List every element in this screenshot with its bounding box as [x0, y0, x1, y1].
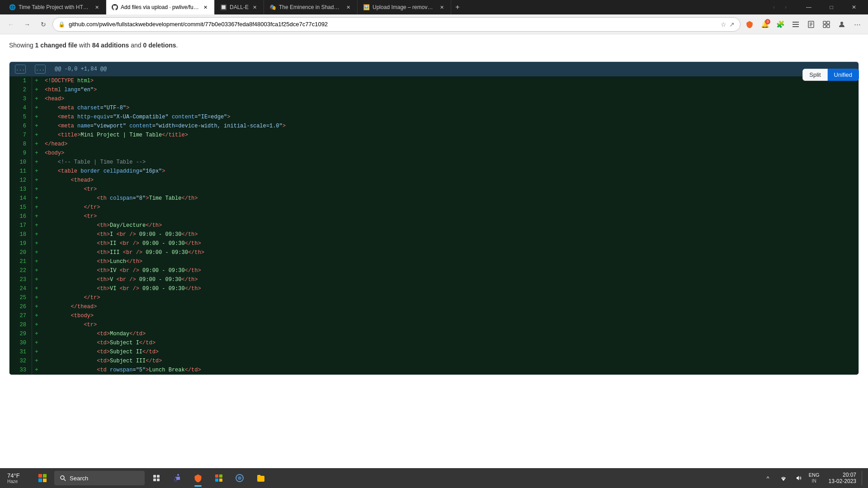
line-sign-17: +: [32, 221, 41, 230]
tab-4-close[interactable]: ✕: [345, 4, 352, 11]
profile-icon[interactable]: [835, 17, 849, 32]
svg-rect-8: [827, 21, 830, 24]
line-sign-25: +: [32, 293, 41, 302]
tray-network-icon[interactable]: [776, 471, 791, 485]
tab-5-close[interactable]: ✕: [439, 4, 445, 11]
diff-line-21: 21 + <th>Lunch</th>: [9, 257, 859, 266]
tab-scroll-right[interactable]: ›: [780, 2, 791, 13]
maximize-button[interactable]: □: [821, 0, 842, 14]
star-icon[interactable]: ☆: [721, 21, 726, 28]
clock-date: 13-02-2023: [829, 478, 856, 484]
line-code-33: <td rowspan="5">Lunch Break</td>: [41, 366, 859, 375]
svg-rect-1: [793, 24, 799, 25]
tab-3-close[interactable]: ✕: [251, 4, 258, 11]
lang-sub-label: IN: [812, 479, 816, 484]
line-code-6: <meta name="viewport" content="width=dev…: [41, 122, 859, 131]
line-sign-7: +: [32, 131, 41, 140]
tab-scroll-left[interactable]: ‹: [769, 2, 779, 13]
weather-widget[interactable]: 74°F Haze: [4, 472, 31, 484]
tab-1-close[interactable]: ✕: [94, 4, 100, 11]
svg-point-29: [783, 479, 784, 480]
diff-line-3: 3 + <head>: [9, 94, 859, 103]
svg-rect-26: [219, 479, 222, 482]
reload-button[interactable]: ↻: [36, 17, 51, 32]
diff-line-9: 9 + <body>: [9, 149, 859, 158]
back-button[interactable]: ←: [4, 17, 18, 32]
show-desktop-button[interactable]: [862, 471, 864, 485]
diff-line-23: 23 + <th>V <br /> 09:00 - 09:30</th>: [9, 275, 859, 284]
line-code-30: <td>Subject I</td>: [41, 338, 859, 347]
line-num-2: 2: [9, 85, 32, 94]
diff-line-19: 19 + <th>II <br /> 09:00 - 09:30</th>: [9, 239, 859, 248]
extensions-icon[interactable]: 🧩: [773, 17, 788, 32]
diff-view-controls: Split Unified: [802, 69, 859, 81]
tab-5[interactable]: 🖼️ Upload Image – remove.bg ✕: [358, 0, 451, 14]
line-num-22: 22: [9, 266, 32, 275]
sidebar-icon[interactable]: [788, 17, 803, 32]
diff-line-5: 5 + <meta http-equiv="X-UA-Compatible" c…: [9, 113, 859, 122]
share-icon[interactable]: ↗: [729, 21, 735, 28]
collections-icon[interactable]: [819, 17, 834, 32]
diff-line-10: 10 + <!-- Table | Time Table -->: [9, 158, 859, 167]
line-sign-18: +: [32, 230, 41, 239]
settings-icon[interactable]: ⋯: [850, 17, 864, 32]
ms-store-icon[interactable]: [209, 468, 229, 488]
line-code-8: </head>: [41, 140, 859, 149]
line-sign-23: +: [32, 275, 41, 284]
line-code-25: </tr>: [41, 293, 859, 302]
cortana-icon[interactable]: [230, 468, 250, 488]
line-num-19: 19: [9, 239, 32, 248]
tab-2-label: Add files via upload · pwlive/fulls...: [121, 4, 199, 10]
svg-rect-12: [38, 474, 42, 478]
nav-right-icons: 🔔 3 🧩 ⋯: [742, 17, 864, 32]
line-sign-3: +: [32, 94, 41, 103]
svg-point-28: [238, 476, 241, 480]
unified-view-button[interactable]: Unified: [828, 69, 859, 81]
svg-rect-0: [793, 22, 799, 23]
brave-shield-icon[interactable]: [742, 17, 757, 32]
tab-2-close[interactable]: ✕: [202, 4, 209, 11]
diff-line-20: 20 + <th>III <br /> 09:00 - 09:30</th>: [9, 248, 859, 257]
line-code-16: <tr>: [41, 212, 859, 221]
tray-up-arrow[interactable]: ^: [761, 471, 775, 485]
line-sign-29: +: [32, 329, 41, 338]
expand-down-button[interactable]: ...: [35, 65, 46, 74]
start-button[interactable]: [33, 468, 52, 488]
close-button[interactable]: ✕: [844, 0, 864, 14]
line-num-31: 31: [9, 347, 32, 357]
diff-line-2: 2 + <html lang="en">: [9, 85, 859, 94]
window-controls: — □ ✕: [798, 0, 864, 14]
line-num-16: 16: [9, 212, 32, 221]
taskbar-search[interactable]: Search: [54, 471, 145, 485]
expand-up-button[interactable]: ...: [15, 65, 26, 74]
line-code-17: <th>Day/Lecture</th>: [41, 221, 859, 230]
diff-line-24: 24 + <th>VI <br /> 09:00 - 09:30</th>: [9, 284, 859, 293]
new-tab-button[interactable]: +: [451, 0, 464, 14]
tab-1[interactable]: 🌐 Time Table Project with HTML - Full S.…: [4, 0, 106, 14]
tab-3[interactable]: 🔲 DALL-E ✕: [215, 0, 264, 14]
tab-4-label: The Eminence in Shadow Download E...: [279, 4, 342, 10]
line-num-27: 27: [9, 311, 32, 320]
notifications-icon[interactable]: 🔔 3: [758, 17, 772, 32]
tray-lang[interactable]: ENG IN: [807, 471, 821, 485]
tab-4[interactable]: 🎭 The Eminence in Shadow Download E... ✕: [264, 0, 358, 14]
brave-browser-icon[interactable]: [188, 468, 208, 488]
files-icon[interactable]: [250, 468, 270, 488]
notification-badge: 3: [765, 19, 770, 24]
forward-button[interactable]: →: [20, 17, 34, 32]
line-code-20: <th>III <br /> 09:00 - 09:30</th>: [41, 248, 859, 257]
minimize-button[interactable]: —: [798, 0, 819, 14]
line-code-12: <thead>: [41, 176, 859, 185]
tray-volume-icon[interactable]: [792, 471, 806, 485]
task-view-icon[interactable]: [146, 468, 166, 488]
title-bar: 🌐 Time Table Project with HTML - Full S.…: [0, 0, 868, 14]
favorites-icon[interactable]: [804, 17, 818, 32]
line-sign-22: +: [32, 266, 41, 275]
line-code-27: <tbody>: [41, 311, 859, 320]
tab-2[interactable]: Add files via upload · pwlive/fulls... ✕: [106, 0, 215, 14]
split-view-button[interactable]: Split: [802, 69, 827, 81]
line-sign-6: +: [32, 122, 41, 131]
taskbar-clock[interactable]: 20:07 13-02-2023: [825, 472, 860, 484]
address-bar[interactable]: 🔒 github.com/pwlive/fullstackwebdevelopm…: [52, 17, 741, 32]
teams-icon[interactable]: [167, 468, 187, 488]
